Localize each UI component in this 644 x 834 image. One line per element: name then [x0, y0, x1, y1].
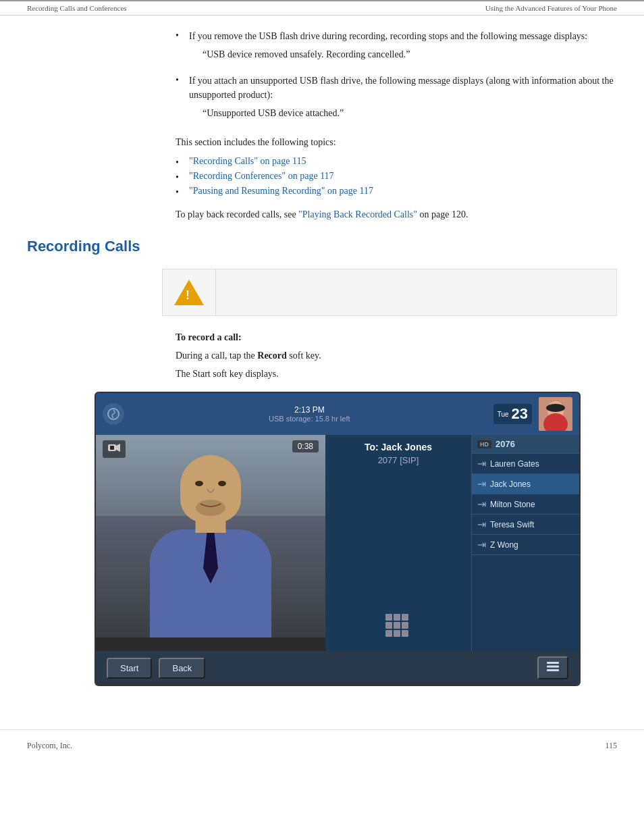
toc-dot-3: •	[176, 187, 189, 198]
phone-date-badge: Tue 23	[493, 404, 532, 424]
keypad-dot	[385, 630, 392, 637]
bullet-dot-2: •	[176, 75, 189, 86]
phone-date-day: Tue	[498, 411, 509, 418]
camera-icon	[103, 440, 126, 458]
contact-arrow-icon: ⇥	[477, 477, 486, 490]
phone-logo-icon	[103, 403, 124, 425]
call-info: To: Jack Jones 2077 [SIP]	[336, 442, 460, 471]
caution-triangle-icon	[174, 280, 204, 305]
contact-arrow-icon: ⇥	[477, 538, 486, 551]
toc-list: • "Recording Calls" on page 115 • "Recor…	[176, 156, 617, 198]
video-timer: 0:38	[292, 440, 319, 452]
contact-name: Lauren Gates	[490, 459, 539, 469]
keypad-dot	[385, 614, 392, 621]
contact-arrow-icon: ⇥	[477, 518, 486, 531]
phone-contacts-panel: HD 2076 ⇥ Lauren Gates ⇥ Jack Jones ⇥ Mi…	[471, 435, 579, 651]
phone-video-area: 0:38	[96, 435, 325, 651]
procedure-heading: To record a call:	[176, 332, 617, 343]
call-number: 2077 [SIP]	[336, 455, 460, 465]
contact-arrow-icon: ⇥	[477, 457, 486, 470]
back-softkey[interactable]: Back	[159, 658, 205, 679]
footer-page: 115	[605, 741, 617, 751]
call-to-label: To: Jack Jones	[336, 442, 460, 452]
footer-company: Polycom, Inc.	[27, 741, 72, 751]
toc-link-1[interactable]: "Recording Calls" on page 115	[189, 156, 306, 166]
keypad-dot	[385, 622, 392, 629]
toc-label-1[interactable]: "Recording Calls" on page 115	[189, 156, 306, 167]
svg-point-7	[196, 500, 225, 516]
svg-point-6	[218, 481, 226, 486]
header-right: Using the Advanced Features of Your Phon…	[485, 4, 617, 12]
svg-point-5	[195, 481, 203, 486]
phone-status: 2:13 PM USB storage: 15.8 hr left	[131, 405, 488, 423]
phone-screenshot: 2:13 PM USB storage: 15.8 hr left Tue 23	[95, 392, 581, 686]
menu-icon-button[interactable]	[537, 656, 568, 679]
contact-item-lauren-gates[interactable]: ⇥ Lauren Gates	[472, 454, 579, 474]
svg-rect-13	[547, 669, 559, 671]
bullet-text-1: If you remove the USB flash drive during…	[189, 29, 617, 66]
svg-rect-11	[547, 662, 559, 664]
contact-item-milton-stone[interactable]: ⇥ Milton Stone	[472, 494, 579, 515]
phone-usb-storage: USB storage: 15.8 hr left	[131, 415, 488, 423]
keypad-dot	[394, 614, 400, 621]
keypad-dot	[402, 622, 408, 629]
contact-name: Milton Stone	[490, 500, 535, 509]
phone-bottombar: Start Back	[96, 651, 579, 685]
toc-item-2: • "Recording Conferences" on page 117	[176, 171, 617, 183]
page-footer: Polycom, Inc. 115	[0, 729, 644, 756]
toc-label-3[interactable]: "Pausing and Resuming Recording" on page…	[189, 186, 373, 197]
keypad-dot	[402, 630, 408, 637]
bullet-item-2: • If you attach an unsupported USB flash…	[176, 74, 617, 124]
contact-name: Z Wong	[490, 540, 518, 550]
toc-label-2[interactable]: "Recording Conferences" on page 117	[189, 171, 334, 182]
svg-rect-10	[110, 446, 114, 450]
toc-item-1: • "Recording Calls" on page 115	[176, 156, 617, 168]
contact-item-jack-jones[interactable]: ⇥ Jack Jones	[472, 474, 579, 494]
keypad-dot	[394, 630, 400, 637]
quote-1: “USB device removed unsafely. Recording …	[203, 47, 617, 61]
svg-marker-9	[116, 444, 120, 452]
playback-link[interactable]: "Playing Back Recorded Calls"	[298, 209, 417, 219]
keypad-icon	[385, 613, 412, 637]
phone-date-num: 23	[512, 405, 528, 423]
procedure-section: To record a call: During a call, tap the…	[176, 332, 617, 381]
toc-link-3[interactable]: "Pausing and Resuming Recording" on page…	[189, 186, 373, 196]
phone-caller-avatar	[539, 397, 572, 431]
contact-item-z-wong[interactable]: ⇥ Z Wong	[472, 535, 579, 555]
keypad-dot	[402, 614, 408, 621]
contact-ext-number: 2076	[495, 439, 515, 449]
quote-2: “Unsupported USB device attached.”	[203, 106, 617, 120]
section-heading: Recording Calls	[27, 238, 617, 255]
start-softkey[interactable]: Start	[107, 658, 152, 679]
playback-line: To play back recorded calls, see "Playin…	[176, 207, 617, 221]
contact-name: Jack Jones	[490, 479, 531, 489]
bullet-dot-1: •	[176, 30, 189, 41]
bullet-section: • If you remove the USB flash drive duri…	[176, 29, 617, 124]
phone-topbar: 2:13 PM USB storage: 15.8 hr left Tue 23	[96, 393, 579, 435]
caution-box	[162, 269, 617, 316]
hd-badge: HD	[477, 440, 491, 448]
contact-arrow-icon: ⇥	[477, 498, 486, 511]
contact-name: Teresa Swift	[490, 520, 534, 529]
toc-link-2[interactable]: "Recording Conferences" on page 117	[189, 171, 334, 181]
phone-main-area: 0:38 To: Jack Jones 2077 [SIP]	[96, 435, 579, 651]
contact-ext-row: HD 2076	[472, 435, 579, 454]
person-head	[180, 455, 241, 523]
procedure-step-1: During a call, tap the Record soft key.	[176, 348, 617, 363]
phone-center-panel: To: Jack Jones 2077 [SIP]	[325, 435, 471, 651]
section-intro: This section includes the following topi…	[176, 135, 617, 149]
main-content: • If you remove the USB flash drive duri…	[0, 29, 644, 713]
keypad-dot	[394, 622, 400, 629]
toc-item-3: • "Pausing and Resuming Recording" on pa…	[176, 186, 617, 198]
page-header: Recording Calls and Conferences Using th…	[0, 0, 644, 16]
video-feed	[96, 435, 325, 637]
svg-point-4	[546, 404, 565, 412]
bullet-text-2: If you attach an unsupported USB flash d…	[189, 74, 617, 124]
phone-time: 2:13 PM	[131, 405, 488, 415]
contact-item-teresa-swift[interactable]: ⇥ Teresa Swift	[472, 515, 579, 535]
header-left: Recording Calls and Conferences	[27, 4, 127, 12]
toc-dot-2: •	[176, 172, 189, 183]
caution-icon-wrap	[162, 269, 216, 316]
procedure-step-2: The Start soft key displays.	[176, 367, 617, 381]
caution-text-content	[216, 269, 617, 316]
